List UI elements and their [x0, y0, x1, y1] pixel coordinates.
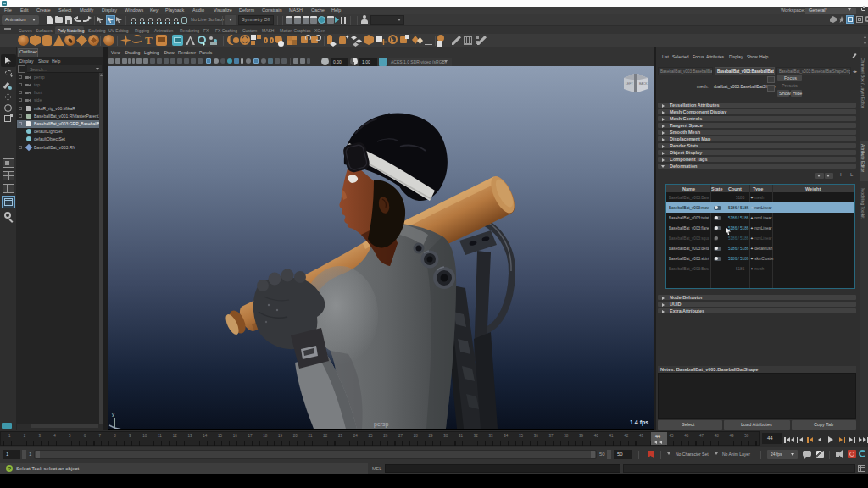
svg-text:persp: persp	[374, 421, 389, 428]
svg-text:LEFT: LEFT	[626, 82, 633, 86]
svg-text:1.4 fps: 1.4 fps	[630, 419, 648, 426]
svg-text:y: y	[112, 412, 114, 417]
svg-text:BACK: BACK	[639, 82, 648, 86]
